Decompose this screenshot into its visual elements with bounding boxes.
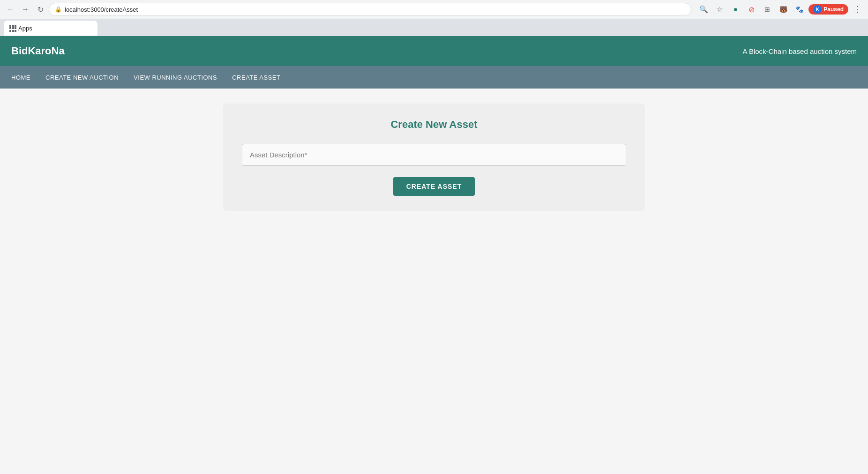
- nav-view-auctions[interactable]: VIEW RUNNING AUCTIONS: [134, 74, 217, 81]
- user-avatar: K: [813, 5, 822, 14]
- app-tagline: A Block-Chain based auction system: [743, 47, 857, 55]
- lock-icon: 🔒: [55, 6, 62, 13]
- address-bar[interactable]: 🔒 localhost:3000/createAsset: [49, 3, 691, 16]
- nav-create-auction[interactable]: CREATE NEW AUCTION: [45, 74, 119, 81]
- extension-bear[interactable]: 🐻: [777, 3, 790, 16]
- app-logo[interactable]: BidKaroNa: [11, 45, 65, 57]
- tab-label: Apps: [18, 25, 32, 32]
- main-content: Create New Asset CREATE ASSET: [0, 89, 868, 474]
- active-tab[interactable]: Apps: [4, 21, 97, 36]
- forward-button[interactable]: →: [19, 3, 32, 16]
- more-options-button[interactable]: ⋮: [851, 3, 864, 16]
- extension-red-circle[interactable]: ⊘: [745, 3, 758, 16]
- paused-label: Paused: [823, 6, 844, 13]
- extension-grid[interactable]: ⊞: [761, 3, 774, 16]
- form-submit-row: CREATE ASSET: [242, 177, 626, 196]
- nav-home[interactable]: HOME: [11, 74, 30, 81]
- apps-label: Apps: [9, 25, 32, 32]
- browser-actions: 🔍 ☆ ● ⊘ ⊞ 🐻 🐾 K Paused ⋮: [697, 3, 864, 16]
- browser-tabs: Apps: [0, 19, 868, 36]
- create-asset-button[interactable]: CREATE ASSET: [393, 177, 475, 196]
- create-asset-form-card: Create New Asset CREATE ASSET: [223, 104, 645, 211]
- reload-button[interactable]: ↻: [34, 3, 47, 16]
- app-header: BidKaroNa A Block-Chain based auction sy…: [0, 36, 868, 66]
- asset-description-input[interactable]: [242, 144, 626, 166]
- extension-green-circle[interactable]: ●: [729, 3, 742, 16]
- back-button[interactable]: ←: [4, 3, 17, 16]
- browser-chrome: ← → ↻ 🔒 localhost:3000/createAsset 🔍 ☆ ●…: [0, 0, 868, 36]
- form-title: Create New Asset: [242, 118, 626, 131]
- url-text: localhost:3000/createAsset: [65, 6, 138, 13]
- extension-paw[interactable]: 🐾: [793, 3, 806, 16]
- bookmark-star-button[interactable]: ☆: [713, 3, 726, 16]
- nav-create-asset[interactable]: CREATE ASSET: [232, 74, 280, 81]
- browser-toolbar: ← → ↻ 🔒 localhost:3000/createAsset 🔍 ☆ ●…: [0, 0, 868, 19]
- search-button[interactable]: 🔍: [697, 3, 710, 16]
- paused-badge[interactable]: K Paused: [808, 4, 848, 15]
- app-nav: HOME CREATE NEW AUCTION VIEW RUNNING AUC…: [0, 66, 868, 89]
- apps-grid-icon: [9, 25, 16, 32]
